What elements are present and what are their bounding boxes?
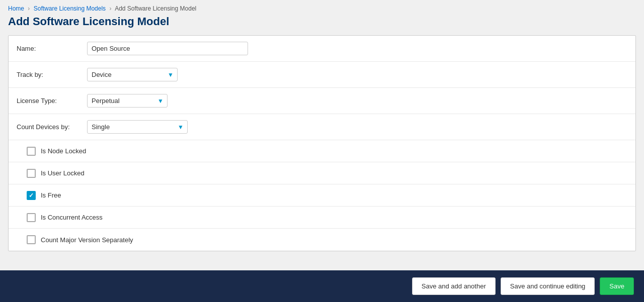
breadcrumb-separator-2: › <box>109 5 111 12</box>
is-node-locked-checkbox[interactable] <box>27 147 36 156</box>
page-title: Add Software Licensing Model <box>8 15 636 28</box>
is-concurrent-access-label: Is Concurrent Access <box>41 214 103 221</box>
breadcrumb-current: Add Software Licensing Model <box>115 5 196 12</box>
count-devices-row: Count Devices by: Single Multiple ▼ <box>9 114 635 140</box>
breadcrumb-home[interactable]: Home <box>8 5 24 12</box>
count-devices-select[interactable]: Single Multiple <box>87 120 188 134</box>
is-free-row: Is Free <box>9 184 635 207</box>
is-node-locked-label: Is Node Locked <box>41 147 86 155</box>
breadcrumb-parent[interactable]: Software Licensing Models <box>34 5 106 12</box>
is-user-locked-label: Is User Locked <box>41 169 85 177</box>
count-devices-select-wrapper: Single Multiple ▼ <box>87 120 188 134</box>
count-devices-label: Count Devices by: <box>17 123 87 131</box>
footer-bar: Save and add another Save and continue e… <box>0 270 644 302</box>
breadcrumb: Home › Software Licensing Models › Add S… <box>8 5 636 12</box>
is-free-checkbox[interactable] <box>27 191 36 200</box>
license-type-select-wrapper: Perpetual Subscription Trial ▼ <box>87 94 168 108</box>
track-by-row: Track by: Device User Site ▼ <box>9 62 635 88</box>
save-button[interactable]: Save <box>600 277 634 295</box>
is-user-locked-checkbox[interactable] <box>27 169 36 178</box>
license-type-label: License Type: <box>17 97 87 105</box>
save-and-add-another-button[interactable]: Save and add another <box>412 277 496 295</box>
count-major-version-checkbox[interactable] <box>27 235 36 244</box>
save-and-continue-editing-button[interactable]: Save and continue editing <box>501 277 595 295</box>
count-major-version-label: Count Major Version Separately <box>41 236 133 244</box>
track-by-label: Track by: <box>17 71 87 78</box>
track-by-select-wrapper: Device User Site ▼ <box>87 68 178 81</box>
is-concurrent-access-checkbox[interactable] <box>27 213 36 222</box>
breadcrumb-separator-1: › <box>28 5 30 12</box>
license-type-row: License Type: Perpetual Subscription Tri… <box>9 88 635 114</box>
form-container: Name: Track by: Device User Site ▼ Licen… <box>8 35 636 251</box>
is-user-locked-row: Is User Locked <box>9 162 635 184</box>
name-label: Name: <box>17 45 87 52</box>
count-major-version-row: Count Major Version Separately <box>9 229 635 251</box>
license-type-select[interactable]: Perpetual Subscription Trial <box>87 94 168 108</box>
name-input[interactable] <box>87 42 248 55</box>
is-free-label: Is Free <box>41 191 61 199</box>
is-node-locked-row: Is Node Locked <box>9 140 635 162</box>
name-row: Name: <box>9 36 635 62</box>
is-concurrent-access-row: Is Concurrent Access <box>9 207 635 229</box>
track-by-select[interactable]: Device User Site <box>87 68 178 81</box>
